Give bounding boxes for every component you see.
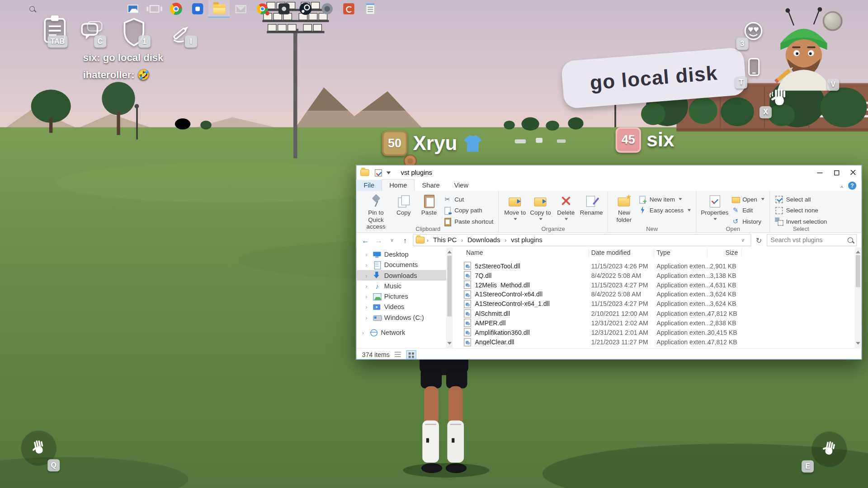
group-label-organize: Organize	[499, 225, 608, 232]
details-view-icon[interactable]	[393, 350, 403, 359]
taskbar-steam[interactable]	[294, 0, 316, 18]
open-button[interactable]: Open	[730, 194, 766, 205]
chevron-down-icon[interactable]	[387, 171, 391, 176]
close-button[interactable]	[845, 165, 862, 180]
taskbar-photos-app[interactable]	[122, 0, 143, 18]
pen-key-badge: I	[185, 35, 197, 47]
breadcrumb-downloads[interactable]: Downloads	[465, 236, 503, 244]
file-name: 12Melis_Method.dll	[474, 282, 589, 288]
taskbar-notepad[interactable]	[359, 0, 381, 18]
scrollbar-thumb[interactable]	[856, 255, 860, 287]
select-none-button[interactable]: Select none	[774, 205, 829, 216]
title-bar[interactable]: vst plugins	[357, 165, 862, 180]
file-row[interactable]: 5zStereoTool.dll 11/15/2023 4:26 PM Appl…	[453, 261, 855, 271]
file-list-scrollbar[interactable]	[855, 247, 862, 348]
taskbar-blue-app[interactable]	[187, 0, 208, 18]
new-folder-button[interactable]: New folder	[611, 192, 637, 223]
explorer-search-input[interactable]	[770, 237, 844, 244]
menu-share[interactable]: Share	[415, 180, 447, 191]
column-date-modified[interactable]: Date modified	[589, 249, 654, 258]
taskbar-dark-app[interactable]	[273, 0, 295, 18]
search-icon[interactable]	[848, 237, 853, 243]
copy-path-button[interactable]: Copy path	[442, 205, 495, 216]
up-button[interactable]	[400, 234, 410, 246]
mail-icon	[235, 5, 246, 13]
nav-pane-scrollbar[interactable]	[446, 247, 453, 348]
emote-count-badge: 3	[736, 38, 749, 50]
menu-file[interactable]: File	[357, 180, 382, 191]
quick-access-toolbar-icon[interactable]	[375, 169, 382, 176]
select-all-button[interactable]: Select all	[774, 194, 829, 205]
file-row[interactable]: Amplifikation360.dll 12/31/2021 2:01 AM …	[453, 328, 855, 337]
cut-button[interactable]: Cut	[442, 194, 495, 205]
column-size[interactable]: Size	[708, 249, 742, 258]
taskbar-browser-profile[interactable]	[251, 0, 273, 18]
scroll-up-icon[interactable]	[855, 247, 862, 254]
file-row[interactable]: A1StereoControl-x64.dll 8/4/2022 5:08 AM…	[453, 290, 855, 299]
file-date: 11/15/2023 4:27 PM	[589, 282, 654, 288]
sidebar-item-music[interactable]: Music	[357, 281, 446, 291]
file-row[interactable]: 7Q.dll 8/4/2022 5:08 AM Application exte…	[453, 271, 855, 280]
select-all-icon	[775, 195, 783, 203]
right-hand-indicator	[811, 432, 847, 467]
back-button[interactable]	[360, 234, 371, 246]
paste-button[interactable]: Paste	[416, 192, 442, 216]
minimize-button[interactable]	[811, 165, 828, 180]
sidebar-item-network[interactable]: Network	[357, 327, 446, 338]
collapse-ribbon-icon[interactable]	[835, 185, 848, 191]
copy-button[interactable]: Copy	[391, 192, 416, 216]
chat-key-badge: C	[94, 35, 106, 47]
taskbar-file-explorer[interactable]	[208, 0, 230, 18]
menu-home[interactable]: Home	[382, 179, 415, 191]
maximize-button[interactable]	[828, 165, 845, 180]
easy-access-button[interactable]: Easy access	[637, 205, 693, 216]
breadcrumb-vst-plugins[interactable]: vst plugins	[509, 236, 544, 244]
new-item-button[interactable]: New item	[637, 194, 693, 205]
properties-button[interactable]: Properties	[700, 192, 730, 221]
breadcrumb[interactable]: This PC Downloads vst plugins	[413, 234, 751, 246]
ribbon-group-new: New folder New item Easy access New	[608, 191, 697, 232]
taskbar-task-view[interactable]	[143, 0, 165, 18]
explorer-search[interactable]	[767, 234, 857, 246]
thumbnail-view-icon[interactable]	[406, 350, 416, 359]
help-icon[interactable]	[848, 182, 856, 190]
file-row[interactable]: AMPER.dll 12/31/2021 2:02 AM Application…	[453, 318, 855, 328]
taskbar-powerpoint[interactable]	[338, 0, 359, 18]
taskbar-mail[interactable]	[230, 0, 251, 18]
copy-to-button[interactable]: Copy to	[528, 192, 553, 221]
music-icon	[373, 282, 381, 290]
delete-button[interactable]: Delete	[553, 192, 579, 221]
sidebar-item-documents[interactable]: Documents	[357, 259, 446, 270]
address-dropdown-icon[interactable]	[737, 234, 748, 246]
scrollbar-thumb[interactable]	[447, 256, 452, 317]
pin-to-quick-access-button[interactable]: Pin to Quick access	[361, 192, 391, 230]
scroll-down-icon[interactable]	[446, 341, 453, 348]
sidebar-item-desktop[interactable]: Desktop	[357, 249, 446, 259]
sidebar-item-downloads[interactable]: Downloads	[357, 270, 446, 281]
refresh-icon[interactable]	[754, 234, 764, 246]
scroll-down-icon[interactable]	[855, 341, 862, 348]
breadcrumb-this-pc[interactable]: This PC	[431, 236, 459, 244]
file-row[interactable]: 12Melis_Method.dll 11/15/2023 4:27 PM Ap…	[453, 280, 855, 290]
scroll-up-icon[interactable]	[446, 247, 453, 254]
taskbar-chrome[interactable]	[165, 0, 187, 18]
file-size: 3,138 KB	[708, 272, 740, 279]
file-type: Application exten...	[654, 300, 708, 307]
forward-button[interactable]	[373, 234, 384, 246]
sidebar-item-pictures[interactable]: Pictures	[357, 291, 446, 301]
navigation-pane: Desktop Documents Downloads Music	[357, 247, 446, 348]
edit-button[interactable]: Edit	[730, 205, 766, 216]
group-label-clipboard: Clipboard	[358, 225, 498, 232]
column-name[interactable]: Name	[464, 249, 589, 258]
column-type[interactable]: Type	[654, 249, 708, 258]
menu-view[interactable]: View	[447, 180, 476, 191]
move-to-button[interactable]: Move to	[502, 192, 528, 221]
taskbar-grey-app[interactable]	[316, 0, 338, 18]
recent-locations-icon[interactable]	[387, 234, 397, 246]
file-row[interactable]: AlSchmitt.dll 2/10/2021 12:00 AM Applica…	[453, 309, 855, 318]
file-row[interactable]: A1StereoControl-x64_1.dll 11/15/2023 4:2…	[453, 299, 855, 309]
sidebar-item-videos[interactable]: Videos	[357, 301, 446, 312]
rename-button[interactable]: Rename	[579, 192, 604, 216]
sidebar-item-windows-c[interactable]: Windows (C:)	[357, 312, 446, 323]
file-row[interactable]: AngelClear.dll 1/21/2023 11:27 PM Applic…	[453, 337, 855, 347]
